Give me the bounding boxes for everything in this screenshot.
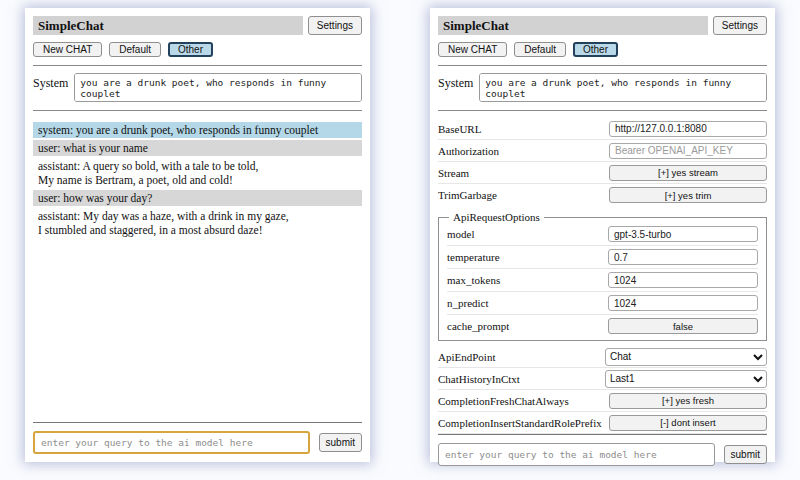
setting-row-completion-fresh: CompletionFreshChatAlways [+] yes fresh	[438, 390, 767, 412]
n-predict-input[interactable]	[608, 295, 758, 311]
chat-message-user: user: how was your day?	[33, 190, 362, 206]
completion-insert-label: CompletionInsertStandardRolePrefix	[438, 417, 602, 429]
divider	[438, 110, 767, 111]
setting-row-completion-insert: CompletionInsertStandardRolePrefix [-] d…	[438, 412, 767, 434]
divider	[33, 65, 362, 66]
setting-row-cache-prompt: cache_prompt false	[447, 315, 758, 337]
chat-message-assistant: assistant: A query so bold, with a tale …	[33, 158, 362, 188]
setting-row-chat-history: ChatHistoryInCtxt Last1	[438, 368, 767, 390]
setting-row-authorization: Authorization	[438, 140, 767, 162]
baseurl-input[interactable]	[609, 121, 767, 137]
new-chat-button[interactable]: New CHAT	[438, 42, 507, 57]
setting-row-n-predict: n_predict	[447, 292, 758, 315]
setting-row-trimgarbage: TrimGarbage [+] yes trim	[438, 184, 767, 206]
api-request-options-legend: ApiRequestOptions	[449, 211, 544, 223]
model-input[interactable]	[608, 226, 758, 242]
query-bar: submit	[438, 434, 767, 466]
chat-history-label: ChatHistoryInCtxt	[438, 373, 520, 385]
app-title: SimpleChat	[438, 16, 708, 35]
setting-row-temperature: temperature	[447, 246, 758, 269]
divider	[33, 110, 362, 111]
app-title: SimpleChat	[33, 16, 303, 35]
completion-fresh-toggle-button[interactable]: [+] yes fresh	[609, 393, 767, 409]
divider	[438, 65, 767, 66]
setting-row-api-endpoint: ApiEndPoint Chat	[438, 346, 767, 368]
authorization-label: Authorization	[438, 145, 499, 157]
session-tab-other[interactable]: Other	[168, 42, 213, 57]
max-tokens-input[interactable]	[608, 272, 758, 288]
cache-prompt-toggle-button[interactable]: false	[608, 318, 758, 334]
authorization-input[interactable]	[609, 143, 767, 159]
api-endpoint-select[interactable]: Chat	[605, 348, 767, 366]
header: SimpleChat Settings	[33, 16, 362, 35]
settings-button[interactable]: Settings	[713, 16, 767, 35]
settings-button[interactable]: Settings	[308, 16, 362, 35]
baseurl-label: BaseURL	[438, 123, 481, 135]
submit-button[interactable]: submit	[319, 433, 362, 452]
session-tab-other[interactable]: Other	[573, 42, 618, 57]
session-tabs: New CHAT Default Other	[438, 42, 767, 57]
completion-fresh-label: CompletionFreshChatAlways	[438, 395, 569, 407]
query-input[interactable]	[438, 443, 715, 466]
chat-message-system: system: you are a drunk poet, who respon…	[33, 122, 362, 138]
setting-row-max-tokens: max_tokens	[447, 269, 758, 292]
n-predict-label: n_predict	[447, 297, 489, 309]
chat-messages: system: you are a drunk poet, who respon…	[33, 120, 362, 422]
system-prompt-row: System you are a drunk poet, who respond…	[438, 73, 767, 102]
settings-panel: SimpleChat Settings New CHAT Default Oth…	[430, 8, 775, 462]
system-prompt-row: System you are a drunk poet, who respond…	[33, 73, 362, 102]
api-request-options-group: ApiRequestOptions model temperature max_…	[438, 211, 767, 341]
query-input[interactable]	[33, 431, 310, 454]
chat-message-user: user: what is your name	[33, 140, 362, 156]
cache-prompt-label: cache_prompt	[447, 320, 509, 332]
completion-insert-toggle-button[interactable]: [-] dont insert	[609, 415, 767, 431]
session-tabs: New CHAT Default Other	[33, 42, 362, 57]
chat-panel: SimpleChat Settings New CHAT Default Oth…	[25, 8, 370, 462]
header: SimpleChat Settings	[438, 16, 767, 35]
trimgarbage-label: TrimGarbage	[438, 189, 497, 201]
stream-label: Stream	[438, 167, 469, 179]
new-chat-button[interactable]: New CHAT	[33, 42, 102, 57]
model-label: model	[447, 228, 475, 240]
query-bar: submit	[33, 422, 362, 454]
stream-toggle-button[interactable]: [+] yes stream	[609, 165, 767, 181]
trimgarbage-toggle-button[interactable]: [+] yes trim	[609, 187, 767, 203]
api-endpoint-label: ApiEndPoint	[438, 351, 495, 363]
setting-row-stream: Stream [+] yes stream	[438, 162, 767, 184]
max-tokens-label: max_tokens	[447, 274, 500, 286]
setting-row-baseurl: BaseURL	[438, 118, 767, 140]
chat-history-select[interactable]: Last1	[605, 370, 767, 388]
system-prompt-input[interactable]: you are a drunk poet, who responds in fu…	[479, 73, 767, 102]
temperature-label: temperature	[447, 251, 500, 263]
temperature-input[interactable]	[608, 249, 758, 265]
submit-button[interactable]: submit	[724, 445, 767, 464]
session-tab-default[interactable]: Default	[109, 42, 161, 57]
system-prompt-input[interactable]: you are a drunk poet, who responds in fu…	[74, 73, 362, 102]
system-prompt-label: System	[438, 73, 473, 91]
system-prompt-label: System	[33, 73, 68, 91]
session-tab-default[interactable]: Default	[514, 42, 566, 57]
chat-message-assistant: assistant: My day was a haze, with a dri…	[33, 208, 362, 238]
setting-row-model: model	[447, 223, 758, 246]
